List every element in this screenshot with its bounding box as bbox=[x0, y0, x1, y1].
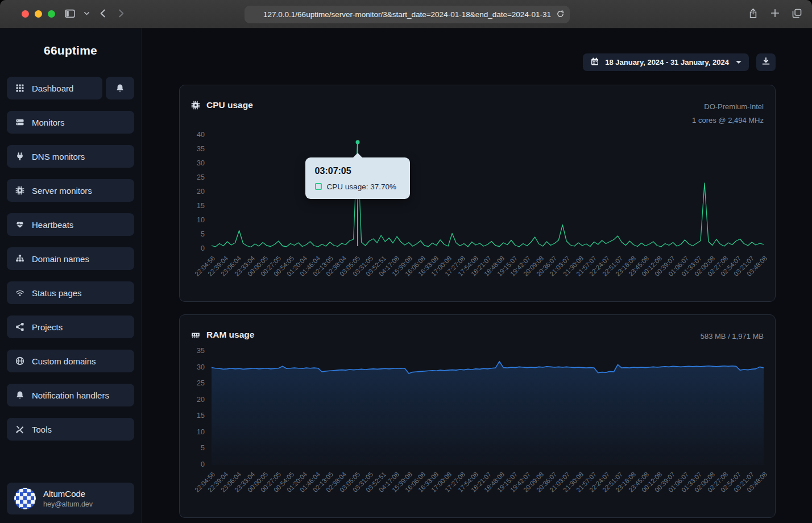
calendar-icon bbox=[590, 57, 599, 68]
user-email: hey@altum.dev bbox=[43, 500, 93, 508]
sidebar-item-heartbeats[interactable]: Heartbeats bbox=[7, 213, 134, 236]
tooltip-series-swatch bbox=[315, 183, 322, 190]
sidebar-item-label: Status pages bbox=[32, 288, 82, 298]
notifications-button[interactable] bbox=[106, 77, 134, 99]
microchip-icon bbox=[191, 101, 200, 110]
browser-chrome: 127.0.0.1/66uptime/server-monitor/3&star… bbox=[0, 0, 812, 28]
minimize-window-button[interactable] bbox=[35, 10, 42, 18]
sidebar-item-dashboard[interactable]: Dashboard bbox=[7, 77, 102, 99]
share-button[interactable] bbox=[748, 8, 758, 20]
sidebar-item-status-pages[interactable]: Status pages bbox=[7, 281, 134, 304]
cpu-model: DO-Premium-Intel bbox=[692, 100, 764, 114]
address-bar[interactable]: 127.0.0.1/66uptime/server-monitor/3&star… bbox=[245, 6, 570, 23]
sidebar-item-label: Monitors bbox=[32, 118, 65, 127]
servers-icon bbox=[15, 118, 24, 127]
export-button[interactable] bbox=[756, 53, 776, 71]
download-icon bbox=[761, 57, 770, 68]
sidebar-item-label: Projects bbox=[32, 322, 63, 332]
ram-x-axis: 22:04:5622:39:0423:06:0423:33:0400:00:05… bbox=[212, 465, 764, 512]
maximize-window-button[interactable] bbox=[48, 10, 55, 18]
chevron-right-icon bbox=[116, 9, 126, 20]
browser-window: 127.0.0.1/66uptime/server-monitor/3&star… bbox=[0, 0, 812, 523]
plug-icon bbox=[15, 152, 24, 161]
sidebar-item-label: Custom domains bbox=[32, 356, 96, 366]
sidebar-item-dns-monitors[interactable]: DNS monitors bbox=[7, 145, 134, 168]
cpu-x-axis: 22:04:5622:39:0423:06:0423:33:0400:00:05… bbox=[212, 249, 764, 296]
sidebar-item-label: Notification handlers bbox=[32, 391, 109, 400]
main-content: 18 January, 2024 - 31 January, 2024 CPU … bbox=[142, 28, 812, 523]
cpu-card-title: CPU usage bbox=[206, 100, 253, 110]
date-range-picker[interactable]: 18 January, 2024 - 31 January, 2024 bbox=[583, 53, 749, 71]
date-range-label: 18 January, 2024 - 31 January, 2024 bbox=[605, 58, 729, 67]
tabs-icon bbox=[792, 9, 802, 20]
grid-icon bbox=[15, 84, 24, 93]
cpu-chart-tooltip: 03:07:05 CPU usage: 37.70% bbox=[305, 157, 410, 199]
sidebar-item-domain-names[interactable]: Domain names bbox=[7, 247, 134, 270]
plus-icon bbox=[770, 9, 780, 19]
url-text: 127.0.0.1/66uptime/server-monitor/3&star… bbox=[263, 10, 551, 19]
wifi-icon bbox=[15, 288, 24, 297]
cpu-y-axis: 4035302520151050 bbox=[189, 135, 212, 249]
cpu-card-meta: DO-Premium-Intel 1 cores @ 2,494 MHz bbox=[692, 100, 764, 127]
ram-usage-card: RAM usage 583 MB / 1,971 MB 353025201510… bbox=[179, 314, 776, 518]
sidebar-item-label: DNS monitors bbox=[32, 152, 85, 161]
caret-down-icon bbox=[736, 61, 741, 64]
sidebar-item-monitors[interactable]: Monitors bbox=[7, 111, 134, 134]
reload-icon bbox=[556, 10, 565, 20]
forward-button[interactable] bbox=[116, 9, 126, 20]
sidebar-item-custom-domains[interactable]: Custom domains bbox=[7, 350, 134, 372]
chevron-down-icon bbox=[83, 10, 90, 19]
ram-card-title: RAM usage bbox=[206, 330, 254, 340]
sidebar-item-label: Tools bbox=[32, 425, 52, 434]
tooltip-time: 03:07:05 bbox=[315, 166, 400, 176]
avatar bbox=[14, 488, 36, 509]
sidebar-toggle-button[interactable] bbox=[64, 9, 75, 20]
sidebar-item-label: Server monitors bbox=[32, 186, 92, 196]
sidebar-item-projects[interactable]: Projects bbox=[7, 316, 134, 338]
cpu-chart-plot[interactable]: 03:07:05 CPU usage: 37.70% bbox=[212, 135, 764, 249]
sidebar-item-notification-handlers[interactable]: Notification handlers bbox=[7, 384, 134, 406]
user-menu[interactable]: AltumCode hey@altum.dev bbox=[7, 483, 134, 514]
user-name: AltumCode bbox=[43, 489, 93, 499]
bell-icon bbox=[115, 84, 125, 93]
ram-amount: 583 MB / 1,971 MB bbox=[701, 330, 764, 343]
new-tab-button[interactable] bbox=[770, 9, 780, 19]
sitemap-icon bbox=[15, 254, 24, 263]
heart-pulse-icon bbox=[15, 220, 24, 229]
microchip-icon bbox=[15, 186, 24, 195]
sidebar: 66uptime DashboardMonitorsDNS monitorsSe… bbox=[0, 28, 142, 523]
sidebar-item-label: Dashboard bbox=[32, 84, 73, 93]
reload-button[interactable] bbox=[556, 10, 565, 20]
sidebar-item-label: Domain names bbox=[32, 254, 89, 264]
globe-icon bbox=[15, 356, 24, 366]
window-controls bbox=[22, 10, 55, 18]
close-window-button[interactable] bbox=[22, 10, 29, 18]
memory-icon bbox=[191, 330, 200, 339]
tab-group-chevron-button[interactable] bbox=[83, 10, 90, 19]
cpu-cores: 1 cores @ 2,494 MHz bbox=[692, 114, 764, 127]
sidebar-nav: DashboardMonitorsDNS monitorsServer moni… bbox=[0, 77, 141, 441]
ram-y-axis: 35302520151050 bbox=[189, 351, 212, 465]
toolbar: 18 January, 2024 - 31 January, 2024 bbox=[179, 53, 776, 71]
tooltip-marker-dot bbox=[355, 140, 359, 144]
bell-icon bbox=[15, 391, 24, 400]
brand-logo: 66uptime bbox=[0, 44, 141, 57]
chevron-left-icon bbox=[98, 9, 108, 20]
sidebar-item-server-monitors[interactable]: Server monitors bbox=[7, 179, 134, 202]
ram-chart-plot[interactable] bbox=[212, 351, 764, 465]
tab-overview-button[interactable] bbox=[792, 9, 802, 20]
share-icon bbox=[748, 8, 758, 20]
tools-icon bbox=[15, 425, 24, 434]
tooltip-value: CPU usage: 37.70% bbox=[327, 182, 396, 191]
sidebar-panel-icon bbox=[64, 9, 75, 20]
nodes-icon bbox=[15, 322, 24, 331]
cpu-usage-card: CPU usage DO-Premium-Intel 1 cores @ 2,4… bbox=[179, 85, 776, 302]
sidebar-item-tools[interactable]: Tools bbox=[7, 418, 134, 441]
sidebar-item-label: Heartbeats bbox=[32, 220, 73, 230]
back-button[interactable] bbox=[98, 9, 108, 20]
